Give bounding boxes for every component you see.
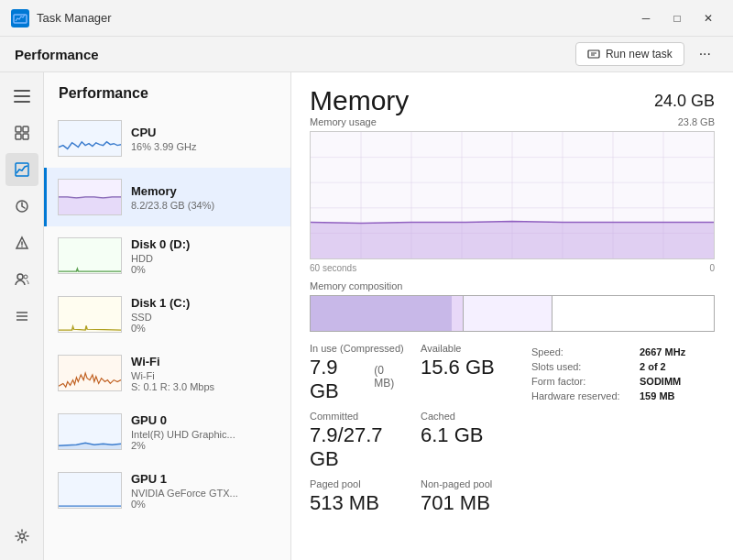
- slots-label: Slots used:: [531, 361, 632, 372]
- wifi-info: Wi-Fi Wi-FiS: 0.1 R: 3.0 Mbps: [131, 355, 279, 392]
- cpu-info: CPU 16% 3.99 GHz: [131, 126, 279, 152]
- maximize-button[interactable]: □: [663, 7, 691, 29]
- settings-icon: [15, 529, 29, 544]
- perf-item-disk0[interactable]: Disk 0 (D:) HDD0%: [44, 226, 290, 285]
- svg-rect-25: [59, 356, 121, 390]
- details-icon: [15, 309, 29, 324]
- minimize-button[interactable]: ─: [632, 7, 660, 29]
- available-label: Available: [421, 343, 517, 354]
- rp-header: Memory 24.0 GB: [310, 87, 715, 115]
- window-title: Task Manager: [37, 11, 632, 25]
- sidebar-history-btn[interactable]: [5, 190, 38, 223]
- title-bar: Task Manager ─ □ ✕: [0, 0, 733, 37]
- svg-rect-3: [14, 95, 30, 97]
- disk0-name: Disk 0 (D:): [131, 237, 279, 251]
- committed-value: 7.9/27.7 GB: [310, 423, 406, 471]
- time-left: 60 seconds: [310, 263, 356, 273]
- committed-label: Committed: [310, 411, 406, 422]
- section-title: Performance: [15, 47, 99, 62]
- main-layout: Performance CPU 16% 3.99 GHz: [0, 72, 733, 560]
- paged-pool-value: 513 MB: [310, 491, 406, 515]
- perf-list-panel: Performance CPU 16% 3.99 GHz: [44, 72, 291, 560]
- slots-row: Slots used: 2 of 2: [531, 361, 715, 372]
- window-controls: ─ □ ✕: [632, 7, 722, 29]
- time-labels: 60 seconds 0: [310, 263, 715, 273]
- committed-stat: Committed 7.9/27.7 GB: [310, 411, 406, 471]
- perf-item-wifi[interactable]: Wi-Fi Wi-FiS: 0.1 R: 3.0 Mbps: [44, 344, 290, 402]
- cached-stat: Cached 6.1 GB: [421, 411, 517, 471]
- svg-rect-2: [14, 90, 30, 92]
- hw-reserved-value: 159 MB: [640, 390, 675, 401]
- sidebar-settings-btn[interactable]: [5, 520, 38, 553]
- speed-label: Speed:: [531, 346, 632, 357]
- disk0-mini-graph: [58, 237, 122, 274]
- right-stats: Speed: 2667 MHz Slots used: 2 of 2 Form …: [531, 343, 715, 515]
- cpu-name: CPU: [131, 126, 279, 139]
- svg-rect-24: [59, 297, 121, 332]
- hw-reserved-row: Hardware reserved: 159 MB: [531, 390, 715, 401]
- disk1-mini-graph: [58, 296, 122, 333]
- memory-mini-graph: [58, 179, 122, 215]
- paged-pool-stat: Paged pool 513 MB: [310, 478, 406, 515]
- hamburger-icon: [14, 90, 30, 103]
- cached-label: Cached: [421, 411, 517, 422]
- icon-sidebar: [0, 72, 44, 560]
- memory-info: Memory 8.2/23.8 GB (34%): [131, 184, 279, 211]
- gpu0-info: GPU 0 Intel(R) UHD Graphic...2%: [131, 413, 279, 451]
- sidebar-hamburger-btn[interactable]: [5, 80, 38, 113]
- processes-icon: [15, 126, 29, 140]
- svg-rect-5: [16, 126, 21, 132]
- startup-icon: [15, 236, 29, 250]
- svg-rect-7: [16, 134, 21, 139]
- perf-item-disk1[interactable]: Disk 1 (C:) SSD0%: [44, 285, 290, 344]
- app-icon: [11, 9, 29, 27]
- usage-label: Memory usage 23.8 GB: [310, 116, 715, 127]
- composition-label: Memory composition: [310, 280, 715, 291]
- paged-pool-label: Paged pool: [310, 478, 406, 489]
- disk1-info: Disk 1 (C:) SSD0%: [131, 296, 279, 334]
- in-use-value: 7.9 GB: [310, 356, 370, 403]
- slots-value: 2 of 2: [640, 361, 666, 372]
- form-factor-row: Form factor: SODIMM: [531, 376, 715, 387]
- sidebar-performance-btn[interactable]: [5, 153, 38, 186]
- sidebar-startup-btn[interactable]: [5, 226, 38, 259]
- available-stat: Available 15.6 GB: [421, 343, 517, 403]
- svg-rect-6: [23, 126, 28, 132]
- svg-marker-40: [311, 222, 714, 258]
- svg-point-13: [21, 246, 23, 247]
- gpu0-detail: Intel(R) UHD Graphic...2%: [131, 429, 279, 451]
- cached-value: 6.1 GB: [421, 423, 517, 447]
- in-use-stat: In use (Compressed) 7.9 GB (0 MB): [310, 343, 406, 403]
- perf-item-gpu1[interactable]: GPU 1 NVIDIA GeForce GTX...0%: [44, 461, 290, 520]
- cpu-mini-graph: [58, 120, 122, 157]
- svg-rect-20: [59, 121, 121, 156]
- composition-bar: [310, 295, 715, 332]
- non-paged-pool-label: Non-paged pool: [421, 478, 517, 489]
- performance-icon: [15, 162, 29, 177]
- form-factor-label: Form factor:: [531, 376, 632, 387]
- sidebar-processes-btn[interactable]: [5, 116, 38, 149]
- in-use-compressed: (0 MB): [374, 364, 406, 390]
- left-stats: In use (Compressed) 7.9 GB (0 MB) Availa…: [310, 343, 517, 515]
- perf-item-cpu[interactable]: CPU 16% 3.99 GHz: [44, 109, 290, 168]
- more-options-button[interactable]: ···: [692, 42, 718, 66]
- sidebar-users-btn[interactable]: [5, 263, 38, 296]
- perf-item-memory[interactable]: Memory 8.2/23.8 GB (34%): [44, 168, 290, 226]
- run-new-task-button[interactable]: Run new task: [575, 42, 684, 66]
- gpu1-name: GPU 1: [131, 472, 279, 486]
- in-use-label: In use (Compressed): [310, 343, 406, 354]
- cpu-detail: 16% 3.99 GHz: [131, 141, 279, 152]
- wifi-detail: Wi-FiS: 0.1 R: 3.0 Mbps: [131, 370, 279, 392]
- sidebar-details-btn[interactable]: [5, 300, 38, 333]
- usage-graph: [310, 131, 715, 259]
- gpu1-info: GPU 1 NVIDIA GeForce GTX...0%: [131, 472, 279, 510]
- perf-item-gpu0[interactable]: GPU 0 Intel(R) UHD Graphic...2%: [44, 402, 290, 461]
- history-icon: [15, 199, 29, 214]
- close-button[interactable]: ✕: [695, 7, 722, 29]
- hw-reserved-label: Hardware reserved:: [531, 390, 632, 401]
- speed-row: Speed: 2667 MHz: [531, 346, 715, 357]
- available-value: 15.6 GB: [421, 356, 517, 379]
- svg-point-14: [17, 274, 23, 280]
- gpu1-detail: NVIDIA GeForce GTX...0%: [131, 488, 279, 510]
- disk1-name: Disk 1 (C:): [131, 296, 279, 310]
